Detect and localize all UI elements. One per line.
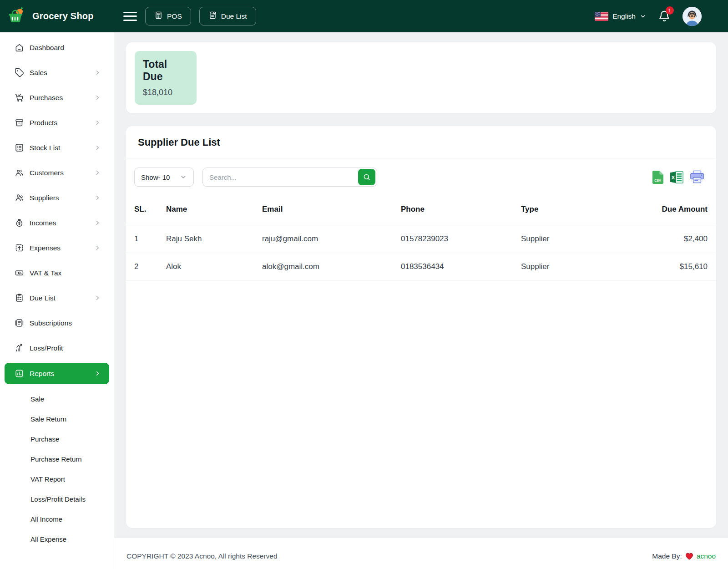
cell-name: Raju Sekh	[162, 225, 258, 253]
sidebar-item[interactable]: Dashboard	[0, 35, 114, 60]
submenu-item[interactable]: Loss/Profit Details	[0, 489, 114, 509]
reports-submenu: Sale Sale Return Purchase Purchase Retur…	[0, 386, 114, 549]
table-header-row: SL. Name Email Phone Type Due Amount	[126, 194, 716, 225]
table-row[interactable]: 1 Raju Sekh raju@gmail.com 01578239023 S…	[126, 225, 716, 253]
reports-icon	[15, 369, 24, 378]
dashboard-icon	[15, 43, 24, 52]
due-list-icon	[15, 293, 24, 303]
submenu-item[interactable]: Purchase Return	[0, 449, 114, 469]
show-entries-select[interactable]: Show- 10	[134, 168, 194, 187]
sidebar-item-label: Expenses	[30, 244, 94, 252]
due-list-button[interactable]: Due List	[199, 7, 256, 25]
submenu-item[interactable]: All Expense	[0, 529, 114, 549]
sidebar-item-label: Dashboard	[30, 44, 94, 52]
table-controls: Show- 10	[126, 158, 716, 194]
sidebar-item[interactable]: Sales	[0, 60, 114, 85]
svg-text:X: X	[671, 174, 675, 180]
sidebar-item-label: Sales	[30, 69, 94, 77]
notifications-button[interactable]: 1	[658, 10, 671, 23]
col-email: Email	[258, 194, 396, 225]
subscriptions-icon	[15, 318, 24, 328]
language-selector[interactable]: English	[595, 12, 646, 21]
submenu-item-label: VAT Report	[30, 475, 65, 483]
calculator-icon	[154, 11, 163, 21]
svg-text:CSV: CSV	[654, 179, 661, 183]
sidebar-item-label: Due List	[30, 294, 94, 302]
sidebar-item[interactable]: Products	[0, 110, 114, 135]
cell-sl: 2	[126, 253, 162, 281]
sidebar-item[interactable]: Suppliers	[0, 185, 114, 210]
submenu-item[interactable]: Sale Return	[0, 409, 114, 429]
cell-due-amount: $15,610	[630, 253, 716, 281]
purchases-icon	[15, 93, 24, 102]
notification-badge: 1	[666, 6, 674, 15]
submenu-item[interactable]: VAT Report	[0, 469, 114, 489]
chevron-right-icon	[94, 144, 101, 151]
export-csv-icon[interactable]: CSV	[652, 170, 664, 184]
language-label: English	[612, 12, 636, 20]
cell-email: alok@gmail.com	[258, 253, 396, 281]
export-actions: CSV X	[652, 170, 708, 184]
made-by: Made By: acnoo	[652, 552, 716, 560]
grocery-basket-logo-icon	[6, 5, 26, 27]
export-excel-icon[interactable]: X	[670, 171, 684, 184]
sidebar-item-label: Customers	[30, 169, 94, 177]
cell-due-amount: $2,400	[630, 225, 716, 253]
cell-type: Supplier	[516, 225, 630, 253]
submenu-item[interactable]: All Income	[0, 509, 114, 529]
sidebar-item[interactable]: Reports	[5, 363, 109, 384]
sidebar-item[interactable]: VAT & Tax	[0, 260, 114, 285]
cell-email: raju@gmail.com	[258, 225, 396, 253]
submenu-item-label: Sale	[30, 395, 44, 403]
stock-list-icon	[15, 143, 24, 152]
table-row[interactable]: 2 Alok alok@gmail.com 0183536434 Supplie…	[126, 253, 716, 281]
col-phone: Phone	[396, 194, 516, 225]
chevron-right-icon	[94, 219, 101, 226]
sidebar-item[interactable]: Stock List	[0, 135, 114, 160]
sidebar-item[interactable]: Customers	[0, 160, 114, 185]
sidebar-item[interactable]: Purchases	[0, 85, 114, 110]
search-input[interactable]	[203, 168, 358, 186]
col-sl: SL.	[126, 194, 162, 225]
print-icon[interactable]	[690, 170, 704, 184]
user-avatar[interactable]	[682, 7, 702, 26]
total-due-tile: Total Due $18,010	[135, 51, 197, 105]
us-flag-icon	[595, 12, 608, 21]
cell-type: Supplier	[516, 253, 630, 281]
cell-sl: 1	[126, 225, 162, 253]
brand: Grocery Shop	[0, 0, 114, 32]
search-icon	[363, 173, 371, 181]
footer: COPYRIGHT © 2023 Acnoo, All rights Reser…	[114, 538, 728, 569]
submenu-item-label: All Income	[30, 515, 62, 523]
products-icon	[15, 118, 24, 127]
chevron-down-icon	[640, 13, 646, 20]
sidebar-item[interactable]: Expenses	[0, 235, 114, 260]
heart-icon	[685, 553, 693, 560]
submenu-item[interactable]: Purchase	[0, 429, 114, 449]
submenu-item-label: All Expense	[30, 535, 66, 543]
sidebar-item-label: Purchases	[30, 94, 94, 102]
submenu-item-label: Purchase Return	[30, 455, 82, 463]
sidebar-item[interactable]: Loss/Profit	[0, 335, 114, 361]
sidebar-item-label: Products	[30, 119, 94, 127]
chevron-right-icon	[94, 94, 101, 101]
acnoo-link[interactable]: acnoo	[697, 552, 716, 560]
supplier-due-list-card: Supplier Due List Show- 10	[126, 126, 716, 528]
submenu-item[interactable]: Sale	[0, 389, 114, 409]
sidebar: Dashboard Sales Purchases	[0, 32, 114, 569]
submenu-item-label: Loss/Profit Details	[30, 495, 86, 503]
customers-icon	[15, 168, 24, 178]
hamburger-menu-icon[interactable]	[123, 11, 137, 22]
sidebar-item-label: Incomes	[30, 219, 94, 227]
sidebar-item[interactable]: Incomes	[0, 210, 114, 235]
sidebar-item[interactable]: Subscriptions	[0, 310, 114, 335]
sidebar-item-label: Reports	[30, 370, 94, 378]
sidebar-item[interactable]: Due List	[0, 285, 114, 310]
submenu-item-label: Sale Return	[30, 415, 66, 423]
total-due-label: Total Due	[143, 58, 188, 83]
chevron-right-icon	[94, 370, 101, 377]
submenu-item-label: Purchase	[30, 435, 59, 443]
search-box	[202, 168, 377, 187]
search-button[interactable]	[358, 169, 375, 185]
pos-button[interactable]: POS	[145, 7, 191, 25]
